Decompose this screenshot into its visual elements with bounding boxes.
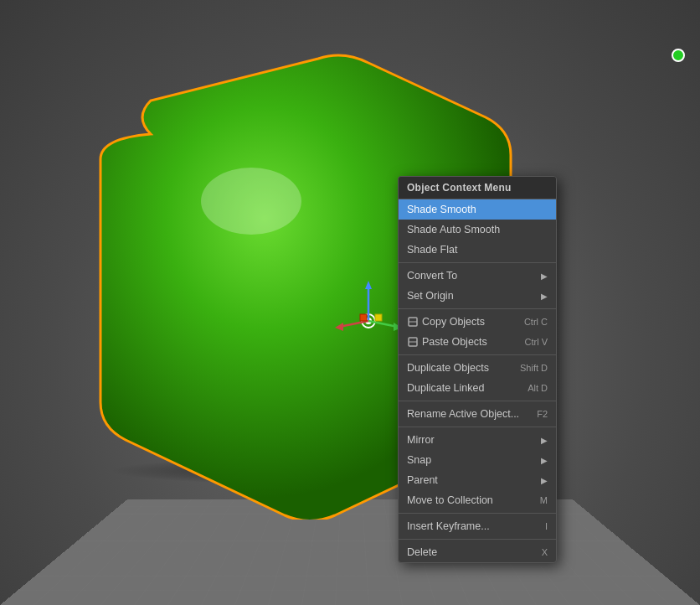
menu-separator-2 bbox=[399, 262, 556, 263]
context-menu-title: Object Context Menu bbox=[399, 177, 556, 199]
menu-item-label-left-convert-to: Convert To bbox=[407, 270, 457, 282]
menu-item-right-copy-objects: Ctrl C bbox=[517, 316, 548, 328]
menu-item-label-convert-to: Convert To bbox=[407, 270, 457, 282]
menu-item-label-insert-keyframe: Insert Keyframe... bbox=[407, 520, 490, 532]
menu-item-right-paste-objects: Ctrl V bbox=[518, 336, 548, 348]
submenu-arrow-parent: ▶ bbox=[541, 476, 548, 485]
menu-item-label-left-snap: Snap bbox=[407, 454, 431, 466]
shortcut-insert-keyframe: I bbox=[545, 521, 548, 531]
menu-item-label-copy-objects: Copy Objects bbox=[422, 316, 485, 328]
menu-item-label-shade-flat: Shade Flat bbox=[407, 244, 457, 256]
status-dot bbox=[672, 49, 685, 62]
shortcut-duplicate-objects: Shift D bbox=[520, 363, 548, 373]
menu-item-label-parent: Parent bbox=[407, 474, 438, 486]
menu-item-right-mirror: ▶ bbox=[541, 434, 548, 446]
menu-item-label-duplicate-objects: Duplicate Objects bbox=[407, 362, 489, 374]
menu-item-mirror[interactable]: Mirror ▶ bbox=[399, 430, 556, 450]
menu-item-label-left-parent: Parent bbox=[407, 474, 438, 486]
menu-item-right-move-to-collection: M bbox=[533, 494, 548, 506]
menu-item-label-left-copy-objects: Copy Objects bbox=[407, 316, 485, 328]
menu-item-label-left-set-origin: Set Origin bbox=[407, 290, 454, 302]
menu-item-set-origin[interactable]: Set Origin ▶ bbox=[399, 286, 556, 306]
context-menu: Object Context Menu Shade Smooth Shade A… bbox=[398, 176, 557, 563]
menu-icon-paste-objects bbox=[407, 336, 419, 348]
menu-item-label-left-shade-smooth: Shade Smooth bbox=[407, 204, 476, 215]
submenu-arrow-convert-to: ▶ bbox=[541, 271, 548, 281]
gizmo-z-arrow bbox=[365, 281, 372, 289]
menu-item-right-duplicate-linked: Alt D bbox=[521, 382, 548, 394]
viewport: Object Context Menu Shade Smooth Shade A… bbox=[0, 0, 700, 605]
menu-item-label-duplicate-linked: Duplicate Linked bbox=[407, 382, 484, 394]
menu-item-label-delete: Delete bbox=[407, 546, 437, 558]
gizmo-svg bbox=[335, 281, 402, 348]
transform-gizmo[interactable] bbox=[335, 281, 402, 348]
menu-item-label-left-mirror: Mirror bbox=[407, 434, 435, 446]
menu-item-label-left-delete: Delete bbox=[407, 546, 437, 558]
menu-item-insert-keyframe[interactable]: Insert Keyframe... I bbox=[399, 516, 556, 536]
menu-item-duplicate-linked[interactable]: Duplicate Linked Alt D bbox=[399, 378, 556, 398]
shortcut-delete: X bbox=[542, 547, 548, 557]
menu-separator-6 bbox=[399, 354, 556, 355]
shortcut-copy-objects: Ctrl C bbox=[524, 317, 548, 327]
menu-separator-14 bbox=[399, 539, 556, 540]
menu-item-snap[interactable]: Snap ▶ bbox=[399, 450, 556, 470]
menu-item-right-convert-to: ▶ bbox=[541, 270, 548, 282]
menu-item-right-delete: X bbox=[535, 546, 548, 558]
menu-item-delete[interactable]: Delete X bbox=[399, 542, 556, 562]
menu-item-label-shade-smooth: Shade Smooth bbox=[407, 204, 476, 215]
menu-item-right-duplicate-objects: Shift D bbox=[513, 362, 548, 374]
menu-item-duplicate-objects[interactable]: Duplicate Objects Shift D bbox=[399, 358, 556, 378]
menu-separator-8 bbox=[399, 401, 556, 401]
menu-item-label-set-origin: Set Origin bbox=[407, 290, 454, 302]
menu-item-right-insert-keyframe: I bbox=[538, 520, 548, 532]
menu-item-label-left-rename-active: Rename Active Object... bbox=[407, 408, 519, 420]
menu-item-label-left-insert-keyframe: Insert Keyframe... bbox=[407, 520, 490, 532]
shortcut-paste-objects: Ctrl V bbox=[525, 337, 548, 347]
gizmo-xz-handle[interactable] bbox=[360, 314, 367, 321]
shortcut-rename-active: F2 bbox=[537, 409, 548, 419]
menu-item-label-move-to-collection: Move to Collection bbox=[407, 494, 493, 506]
menu-item-label-left-paste-objects: Paste Objects bbox=[407, 336, 487, 348]
gizmo-x-arrow bbox=[335, 323, 343, 331]
menu-item-copy-objects[interactable]: Copy Objects Ctrl C bbox=[399, 312, 556, 332]
menu-item-label-left-duplicate-objects: Duplicate Objects bbox=[407, 362, 489, 374]
cube-highlight bbox=[201, 168, 301, 235]
menu-item-shade-auto-smooth[interactable]: Shade Auto Smooth bbox=[399, 220, 556, 240]
shortcut-move-to-collection: M bbox=[540, 495, 548, 505]
menu-item-label-left-shade-flat: Shade Flat bbox=[407, 244, 457, 256]
menu-item-label-left-move-to-collection: Move to Collection bbox=[407, 494, 493, 506]
menu-item-right-rename-active: F2 bbox=[530, 408, 548, 420]
submenu-arrow-snap: ▶ bbox=[541, 456, 548, 465]
menu-item-right-set-origin: ▶ bbox=[541, 290, 548, 302]
menu-separator-13 bbox=[399, 513, 556, 514]
menu-item-shade-smooth[interactable]: Shade Smooth bbox=[399, 199, 556, 220]
menu-separator-4 bbox=[399, 308, 556, 309]
menu-item-rename-active[interactable]: Rename Active Object... F2 bbox=[399, 404, 556, 424]
menu-item-right-parent: ▶ bbox=[541, 474, 548, 486]
menu-item-paste-objects[interactable]: Paste Objects Ctrl V bbox=[399, 332, 556, 352]
menu-item-label-rename-active: Rename Active Object... bbox=[407, 408, 519, 420]
menu-item-label-left-duplicate-linked: Duplicate Linked bbox=[407, 382, 484, 394]
menu-item-parent[interactable]: Parent ▶ bbox=[399, 470, 556, 490]
menu-item-label-mirror: Mirror bbox=[407, 434, 435, 446]
menu-item-shade-flat[interactable]: Shade Flat bbox=[399, 240, 556, 260]
menu-item-label-snap: Snap bbox=[407, 454, 431, 466]
menu-icon-copy-objects bbox=[407, 316, 419, 328]
shortcut-duplicate-linked: Alt D bbox=[528, 383, 548, 393]
menu-separator-9 bbox=[399, 427, 556, 427]
menu-item-label-left-shade-auto-smooth: Shade Auto Smooth bbox=[407, 224, 500, 235]
menu-item-label-shade-auto-smooth: Shade Auto Smooth bbox=[407, 224, 500, 235]
menu-item-label-paste-objects: Paste Objects bbox=[422, 336, 487, 348]
gizmo-xy-handle[interactable] bbox=[375, 314, 382, 321]
menu-item-convert-to[interactable]: Convert To ▶ bbox=[399, 266, 556, 286]
menu-item-move-to-collection[interactable]: Move to Collection M bbox=[399, 490, 556, 510]
submenu-arrow-set-origin: ▶ bbox=[541, 292, 548, 301]
submenu-arrow-mirror: ▶ bbox=[541, 436, 548, 445]
menu-item-right-snap: ▶ bbox=[541, 454, 548, 466]
